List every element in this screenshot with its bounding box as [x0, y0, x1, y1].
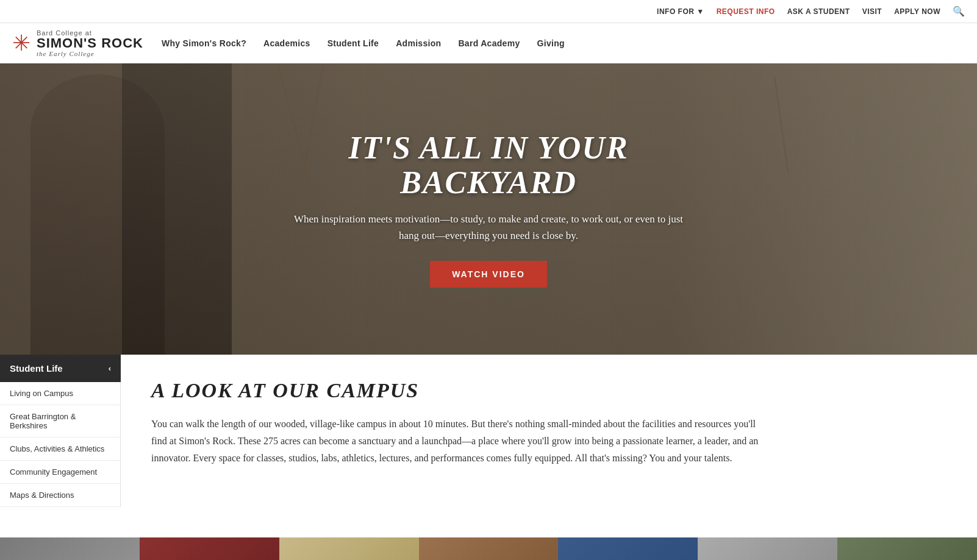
nav-links: Why Simon's Rock? Academics Student Life… [162, 38, 565, 49]
photo-strip-item-3[interactable] [279, 537, 419, 560]
sidebar-link-community-engagement[interactable]: Community Engagement [0, 461, 120, 484]
nav-giving[interactable]: Giving [537, 38, 565, 48]
photo-strip [0, 537, 977, 560]
photo-strip-item-7[interactable] [837, 537, 977, 560]
search-button[interactable]: 🔍 [953, 5, 965, 17]
utility-bar: INFO FOR ▼ REQUEST INFO ASK A STUDENT VI… [0, 0, 977, 23]
visit-link[interactable]: VISIT [862, 7, 882, 16]
snowflake-icon: ✳ [12, 30, 30, 56]
logo-early-college: the Early College [37, 50, 143, 57]
sidebar-item-clubs-activities[interactable]: Clubs, Activities & Athletics [0, 438, 120, 461]
sidebar-link-clubs-activities[interactable]: Clubs, Activities & Athletics [0, 438, 120, 461]
sidebar-item-maps-directions[interactable]: Maps & Directions [0, 484, 120, 507]
sidebar-title: Student Life [10, 363, 63, 374]
photo-strip-item-4[interactable] [419, 537, 559, 560]
photo-strip-item-5[interactable] [558, 537, 698, 560]
sidebar-chevron-icon: ‹ [109, 364, 111, 373]
sidebar-item-living-on-campus[interactable]: Living on Campus [0, 382, 120, 405]
sidebar-link-maps-directions[interactable]: Maps & Directions [0, 484, 120, 507]
content-section: Student Life ‹ Living on Campus Great Ba… [0, 355, 977, 537]
photo-strip-item-6[interactable] [698, 537, 837, 560]
sidebar-item-community-engagement[interactable]: Community Engagement [0, 461, 120, 484]
main-nav: ✳ Bard College at SIMON'S ROCK the Early… [0, 23, 977, 63]
sidebar: Student Life ‹ Living on Campus Great Ba… [0, 355, 121, 537]
sidebar-link-great-barrington[interactable]: Great Barrington & Berkshires [0, 405, 120, 438]
hero-title: It's all In Your Backyard [287, 130, 690, 200]
nav-admission[interactable]: Admission [396, 38, 441, 48]
request-info-link[interactable]: REQUEST INFO [717, 7, 775, 16]
ask-student-link[interactable]: ASK A STUDENT [787, 7, 850, 16]
apply-now-link[interactable]: APPLY NOW [894, 7, 940, 16]
photo-strip-item-2[interactable] [140, 537, 279, 560]
sidebar-link-living-on-campus[interactable]: Living on Campus [0, 382, 120, 405]
nav-bard-academy[interactable]: Bard Academy [458, 38, 520, 48]
nav-student-life[interactable]: Student Life [327, 38, 379, 48]
logo-text-area: Bard College at SIMON'S ROCK the Early C… [37, 29, 143, 57]
sidebar-nav: Living on Campus Great Barrington & Berk… [0, 382, 121, 507]
sidebar-item-great-barrington[interactable]: Great Barrington & Berkshires [0, 405, 120, 438]
nav-academics[interactable]: Academics [263, 38, 310, 48]
hero-content: It's all In Your Backyard When inspirati… [275, 130, 702, 288]
campus-section-heading: A Look at Our Campus [151, 379, 947, 402]
info-for-link[interactable]: INFO FOR ▼ [657, 7, 704, 16]
sidebar-header: Student Life ‹ [0, 355, 121, 382]
logo-simons-rock: SIMON'S ROCK [37, 37, 143, 50]
hero-section: It's all In Your Backyard When inspirati… [0, 63, 977, 355]
site-logo[interactable]: ✳ Bard College at SIMON'S ROCK the Early… [12, 29, 143, 57]
campus-section-body: You can walk the length of our wooded, v… [151, 416, 761, 467]
main-content-area: A Look at Our Campus You can walk the le… [121, 355, 977, 537]
nav-why-simons-rock[interactable]: Why Simon's Rock? [162, 38, 246, 48]
photo-strip-item-1[interactable] [0, 537, 140, 560]
hero-subtitle: When inspiration meets motivation—to stu… [287, 211, 690, 244]
watch-video-button[interactable]: WATCH VIDEO [430, 261, 547, 288]
